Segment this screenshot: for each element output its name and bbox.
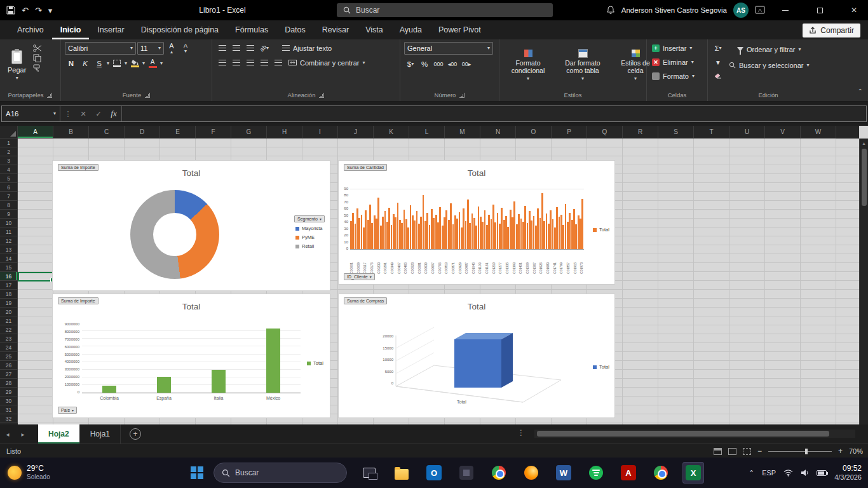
format-cells-button[interactable]: Formato▾ [651, 70, 696, 82]
qat-customize-icon[interactable]: ▾ [48, 6, 53, 15]
column-header-P[interactable]: P [552, 126, 587, 139]
row-header-19[interactable]: 19 [0, 299, 18, 308]
chevron-down-icon[interactable]: ▾ [125, 61, 127, 66]
tab-scroll-right-icon[interactable]: ▸ [15, 431, 31, 438]
taskbar-search-box[interactable]: Buscar [214, 463, 347, 483]
accounting-format-button[interactable]: $▾ [404, 58, 417, 70]
row-header-25[interactable]: 25 [0, 352, 18, 361]
ribbon-display-options-icon[interactable] [755, 6, 765, 15]
pivotchart-compras-3d[interactable]: Suma de Compras Total 200001500010000500… [338, 294, 615, 418]
undo-icon[interactable]: ↶ [22, 6, 29, 15]
underline-button[interactable]: S [93, 57, 105, 69]
row-header-7[interactable]: 7 [0, 192, 18, 201]
percent-style-button[interactable]: % [418, 58, 431, 70]
align-middle-icon[interactable] [230, 42, 243, 54]
hidden-icons-chevron-icon[interactable]: ⌃ [749, 469, 754, 477]
scroll-up-icon[interactable]: ▴ [862, 139, 865, 147]
add-sheet-button[interactable]: + [130, 428, 141, 440]
font-name-select[interactable]: Calibri ▾ [65, 42, 136, 55]
column-header-S[interactable]: S [658, 126, 694, 139]
fill-button[interactable]: ▾ [712, 56, 724, 68]
row-header-22[interactable]: 22 [0, 325, 18, 334]
orientation-button[interactable]: ab▾ [258, 42, 271, 54]
row-header-14[interactable]: 14 [0, 254, 18, 263]
zoom-slider[interactable] [768, 451, 832, 452]
pivotchart-importe-donut[interactable]: Suma de Importe Total Segmento▾ Mayorist… [52, 160, 330, 291]
outlook-icon[interactable]: O [423, 462, 445, 484]
delete-cells-button[interactable]: ✕ Eliminar▾ [651, 56, 695, 68]
wifi-icon[interactable] [783, 469, 793, 477]
excel-icon[interactable]: X [682, 462, 704, 484]
user-name[interactable]: Anderson Stiven Castro Segovia [621, 6, 727, 14]
tab-datos[interactable]: Datos [276, 22, 314, 39]
tab-options-icon[interactable]: ⋮ [517, 428, 525, 437]
share-button[interactable]: Compartir [803, 24, 860, 37]
bold-button[interactable]: N [65, 57, 78, 69]
tab-insertar[interactable]: Insertar [89, 22, 132, 39]
column-header-A[interactable]: A [18, 126, 53, 139]
column-header-E[interactable]: E [160, 126, 196, 139]
pivotchart-importe-pais[interactable]: Suma de Importe Total 900000080000007000… [52, 294, 330, 418]
column-header-M[interactable]: M [445, 126, 480, 139]
normal-view-icon[interactable] [714, 448, 722, 455]
notifications-icon[interactable] [606, 6, 615, 15]
row-header-1[interactable]: 1 [0, 139, 18, 147]
insert-cells-button[interactable]: + Insertar▾ [651, 42, 693, 54]
row-header-9[interactable]: 9 [0, 210, 18, 219]
fill-color-button[interactable] [128, 57, 141, 69]
row-header-15[interactable]: 15 [0, 263, 18, 272]
column-header-G[interactable]: G [231, 126, 267, 139]
row-header-4[interactable]: 4 [0, 165, 18, 174]
clear-button[interactable] [712, 70, 724, 82]
row-header-2[interactable]: 2 [0, 147, 18, 156]
align-center-icon[interactable] [230, 57, 243, 69]
title-search-box[interactable]: Buscar [337, 3, 553, 17]
format-painter-icon[interactable] [33, 64, 41, 72]
copy-icon[interactable] [33, 54, 41, 62]
row-header-3[interactable]: 3 [0, 156, 18, 165]
tab-vista[interactable]: Vista [357, 22, 391, 39]
close-button[interactable]: ✕ [840, 0, 868, 20]
column-header-C[interactable]: C [89, 126, 125, 139]
field-button-pais[interactable]: País▾ [58, 407, 77, 414]
font-size-select[interactable]: 11 ▾ [137, 42, 164, 55]
row-header-21[interactable]: 21 [0, 316, 18, 325]
select-all-corner[interactable] [0, 126, 18, 139]
row-header-11[interactable]: 11 [0, 227, 18, 236]
sheet-tab-hoja2[interactable]: Hoja2 [38, 424, 80, 444]
merge-center-button[interactable]: Combinar y centrar ▾ [287, 57, 367, 69]
zoom-out-icon[interactable]: − [757, 447, 762, 456]
start-button[interactable] [184, 460, 210, 485]
grow-font-button[interactable]: A▴ [165, 43, 178, 55]
column-header-F[interactable]: F [196, 126, 231, 139]
column-header-J[interactable]: J [338, 126, 374, 139]
spotify-icon[interactable] [585, 462, 607, 484]
column-header-K[interactable]: K [374, 126, 409, 139]
confirm-entry-icon[interactable]: ✓ [91, 110, 106, 118]
tab-inicio[interactable]: Inicio [52, 22, 90, 39]
insert-function-icon[interactable]: fx [106, 109, 121, 119]
tab-fórmulas[interactable]: Fórmulas [227, 22, 276, 39]
row-header-20[interactable]: 20 [0, 308, 18, 316]
cut-icon[interactable] [33, 44, 42, 52]
cancel-entry-icon[interactable]: ✕ [76, 110, 91, 118]
column-header-L[interactable]: L [409, 126, 445, 139]
row-header-5[interactable]: 5 [0, 174, 18, 183]
column-header-W[interactable]: W [801, 126, 836, 139]
weather-widget[interactable]: 29°C Soleado [0, 464, 95, 480]
vertical-scrollbar[interactable]: ▴ [859, 139, 868, 424]
volume-icon[interactable] [801, 469, 809, 477]
zoom-slider-thumb[interactable] [805, 449, 808, 454]
dialog-launcher-icon[interactable] [319, 93, 324, 98]
tab-archivo[interactable]: Archivo [9, 22, 52, 39]
row-header-26[interactable]: 26 [0, 361, 18, 370]
italic-button[interactable]: K [79, 57, 92, 69]
column-header-T[interactable]: T [694, 126, 729, 139]
system-app-icon[interactable] [456, 462, 477, 484]
row-header-18[interactable]: 18 [0, 290, 18, 299]
tab-disposición-de-página[interactable]: Disposición de página [133, 22, 227, 39]
format-as-table-button[interactable]: Dar formato como tabla ▾ [556, 42, 609, 89]
redo-icon[interactable]: ↷ [35, 6, 42, 15]
comma-style-button[interactable]: 000 [432, 58, 445, 70]
user-avatar[interactable]: AS [733, 3, 749, 18]
